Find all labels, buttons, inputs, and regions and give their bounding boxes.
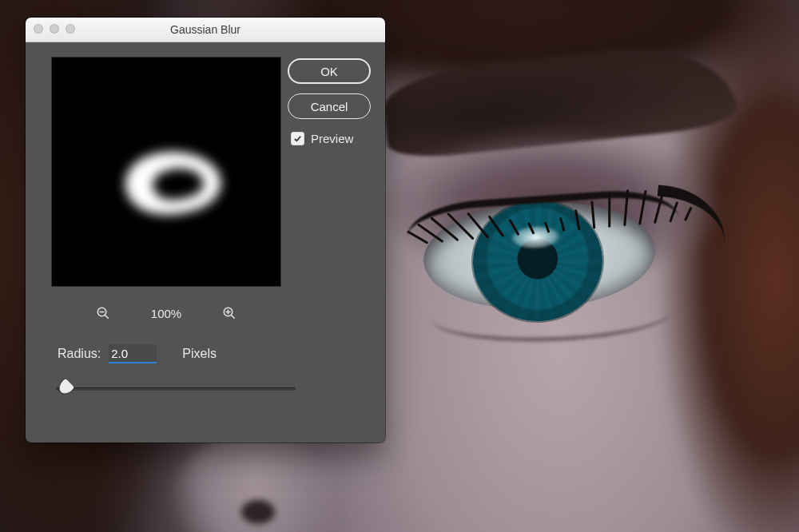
gaussian-blur-dialog: Gaussian Blur 100% — [26, 18, 385, 443]
filter-preview[interactable] — [51, 57, 281, 287]
window-zoom-icon[interactable] — [66, 24, 75, 34]
check-icon — [293, 134, 302, 143]
radius-label: Radius: — [58, 347, 101, 361]
window-close-icon[interactable] — [34, 24, 43, 34]
window-controls — [34, 24, 75, 34]
dialog-title: Gaussian Blur — [26, 23, 385, 36]
zoom-out-icon — [96, 306, 110, 320]
preview-label: Preview — [311, 132, 353, 145]
preview-checkbox[interactable] — [291, 132, 304, 145]
zoom-in-button[interactable] — [220, 304, 239, 323]
dialog-titlebar[interactable]: Gaussian Blur — [26, 18, 385, 42]
cancel-button[interactable]: Cancel — [288, 93, 371, 119]
canvas-area: Gaussian Blur 100% — [0, 0, 799, 532]
radius-slider[interactable] — [56, 379, 296, 399]
svg-rect-0 — [52, 58, 280, 286]
radius-unit-label: Pixels — [182, 347, 217, 361]
svg-line-2 — [105, 315, 109, 319]
radius-input[interactable] — [109, 344, 157, 363]
zoom-out-button[interactable] — [93, 304, 113, 323]
preview-toggle[interactable]: Preview — [288, 132, 371, 145]
zoom-level-label: 100% — [151, 307, 181, 320]
slider-track — [56, 387, 296, 391]
svg-line-5 — [231, 315, 235, 319]
ok-button[interactable]: OK — [288, 58, 371, 84]
slider-thumb[interactable] — [57, 379, 75, 397]
window-minimize-icon[interactable] — [50, 24, 59, 34]
zoom-in-icon — [222, 306, 237, 320]
